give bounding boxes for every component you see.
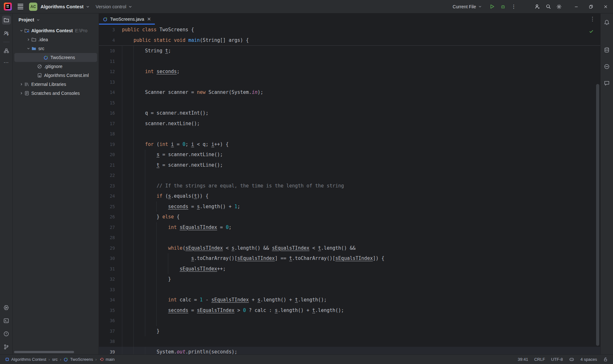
database-tool-button[interactable] bbox=[602, 45, 611, 54]
line-number[interactable]: 22 bbox=[99, 170, 115, 181]
chevron-down-icon[interactable] bbox=[26, 47, 31, 50]
code-line-content[interactable] bbox=[122, 56, 600, 67]
settings-gear-icon[interactable] bbox=[554, 1, 564, 12]
code-line-37[interactable]: 37 } bbox=[99, 326, 600, 337]
code-line-31[interactable]: 31 sEqualsTIndex++; bbox=[99, 264, 600, 274]
close-button[interactable] bbox=[598, 0, 613, 13]
code-line-15[interactable]: 15 bbox=[99, 98, 600, 108]
breadcrumb-main[interactable]: main bbox=[99, 357, 115, 362]
code-with-me-icon[interactable] bbox=[532, 1, 543, 12]
line-separator[interactable]: CRLF bbox=[534, 357, 545, 362]
code-line-28[interactable]: 28 bbox=[99, 232, 600, 243]
code-line-content[interactable]: System.out.println(seconds); bbox=[122, 347, 600, 355]
code-line-19[interactable]: 19 for (int i = 0; i < q; i++) { bbox=[99, 139, 600, 150]
structure-tool-button[interactable] bbox=[2, 46, 11, 55]
code-line-content[interactable]: if (s.equals(t)) { bbox=[122, 191, 600, 201]
line-number[interactable]: 38 bbox=[99, 336, 115, 347]
code-line-34[interactable]: 34 int calc = 1 - sEqualsTIndex + s.leng… bbox=[99, 295, 600, 305]
code-line-11[interactable]: 11 bbox=[99, 56, 600, 67]
vertical-scrollbar[interactable] bbox=[596, 84, 599, 346]
inspections-check-icon[interactable] bbox=[589, 29, 594, 34]
code-line-content[interactable] bbox=[122, 315, 600, 326]
line-number[interactable]: 28 bbox=[99, 232, 115, 243]
search-everywhere-icon[interactable] bbox=[543, 1, 554, 12]
code-line-content[interactable] bbox=[122, 98, 600, 108]
code-line-25[interactable]: 25 seconds = s.length() + 1; bbox=[99, 201, 600, 212]
code-line-3[interactable]: 3public class TwoScreens { bbox=[99, 25, 600, 35]
code-line-14[interactable]: 14 Scanner scanner = new Scanner(System.… bbox=[99, 87, 600, 98]
code-line-content[interactable]: sEqualsTIndex++; bbox=[122, 264, 600, 274]
tree-item-twoscreens-class[interactable]: TwoScreens bbox=[14, 53, 97, 62]
line-number[interactable]: 13 bbox=[99, 77, 115, 87]
editor-options-kebab[interactable]: ⋮ bbox=[590, 16, 600, 22]
line-number[interactable]: 14 bbox=[99, 87, 115, 98]
tree-item-idea-folder[interactable]: .idea bbox=[14, 35, 97, 44]
line-number[interactable]: 3 bbox=[99, 25, 115, 35]
code-line-27[interactable]: 27 int sEqualsTIndex = 0; bbox=[99, 222, 600, 233]
tree-item-iml-file[interactable]: Algorithms Contest.iml bbox=[14, 71, 97, 80]
code-line-18[interactable]: 18 bbox=[99, 129, 600, 139]
line-number[interactable]: 16 bbox=[99, 108, 115, 118]
code-line-17[interactable]: 17 scanner.nextLine(); bbox=[99, 118, 600, 129]
code-line-content[interactable]: public class TwoScreens { bbox=[122, 25, 600, 35]
tree-item-scratches-consoles[interactable]: Scratches and Consoles bbox=[14, 89, 97, 98]
line-number[interactable]: 31 bbox=[99, 264, 115, 274]
code-line-content[interactable]: int sEqualsTIndex = 0; bbox=[122, 222, 600, 233]
unlock-icon[interactable] bbox=[603, 357, 608, 362]
line-number[interactable]: 11 bbox=[99, 56, 115, 67]
line-number[interactable]: 19 bbox=[99, 139, 115, 150]
line-number[interactable]: 39 bbox=[99, 347, 115, 355]
caret-position[interactable]: 39:41 bbox=[518, 357, 528, 362]
run-tool-button[interactable] bbox=[2, 303, 11, 312]
run-button[interactable] bbox=[487, 1, 497, 12]
notifications-tool-button[interactable] bbox=[602, 18, 611, 27]
debug-button[interactable] bbox=[497, 1, 508, 12]
terminal-tool-button[interactable] bbox=[2, 316, 11, 325]
line-number[interactable]: 37 bbox=[99, 326, 115, 337]
tree-item-gitignore-file[interactable]: .gitignore bbox=[14, 62, 97, 71]
line-number[interactable]: 35 bbox=[99, 305, 115, 316]
code-line-content[interactable] bbox=[122, 336, 600, 347]
ai-assistant-tool-button[interactable] bbox=[602, 62, 611, 71]
line-number[interactable]: 26 bbox=[99, 212, 115, 222]
code-line-24[interactable]: 24 if (s.equals(t)) { bbox=[99, 191, 600, 201]
code-line-content[interactable]: String t; bbox=[122, 46, 600, 56]
more-actions-kebab[interactable]: ⋮ bbox=[508, 1, 519, 12]
chevron-right-icon[interactable] bbox=[19, 91, 24, 95]
git-tool-button[interactable] bbox=[2, 342, 11, 351]
code-line-4[interactable]: 4 public static void main(String[] args)… bbox=[99, 35, 600, 46]
code-line-33[interactable]: 33 bbox=[99, 284, 600, 295]
code-line-30[interactable]: 30 s.toCharArray()[sEqualsTIndex] == t.t… bbox=[99, 253, 600, 264]
project-tool-button[interactable] bbox=[2, 16, 11, 25]
code-line-content[interactable] bbox=[122, 170, 600, 181]
breadcrumb-twoscreens[interactable]: TwoScreens bbox=[64, 357, 93, 362]
code-line-35[interactable]: 35 seconds = sEqualsTIndex > 0 ? calc : … bbox=[99, 305, 600, 316]
code-line-38[interactable]: 38 bbox=[99, 336, 600, 347]
code-line-content[interactable] bbox=[122, 232, 600, 243]
code-line-content[interactable]: public static void main(String[] args) { bbox=[122, 35, 600, 46]
breadcrumb-src[interactable]: src bbox=[52, 357, 57, 362]
problems-tool-button[interactable] bbox=[2, 329, 11, 338]
main-menu-icon[interactable] bbox=[18, 4, 23, 9]
line-number[interactable]: 23 bbox=[99, 181, 115, 191]
code-line-content[interactable]: while(sEqualsTIndex < s.length() && sEqu… bbox=[122, 243, 600, 254]
vcs-widget[interactable]: Version control bbox=[96, 4, 133, 9]
code-line-22[interactable]: 22 bbox=[99, 170, 600, 181]
file-encoding[interactable]: UTF-8 bbox=[551, 357, 563, 362]
code-line-content[interactable] bbox=[122, 284, 600, 295]
code-line-21[interactable]: 21 t = scanner.nextLine(); bbox=[99, 160, 600, 171]
code-line-content[interactable]: int calc = 1 - sEqualsTIndex + s.length(… bbox=[122, 295, 600, 305]
indent-config[interactable]: 4 spaces bbox=[580, 357, 597, 362]
run-configuration-widget[interactable]: Current File bbox=[453, 4, 482, 9]
code-line-content[interactable]: for (int i = 0; i < q; i++) { bbox=[122, 139, 600, 150]
line-number[interactable]: 15 bbox=[99, 98, 115, 108]
breadcrumb-algorithms-contest[interactable]: Algorithms Contest bbox=[5, 357, 46, 362]
code-line-13[interactable]: 13 bbox=[99, 77, 600, 87]
code-line-23[interactable]: 23 // If the strings are equal, the time… bbox=[99, 181, 600, 191]
copilot-icon[interactable] bbox=[569, 357, 574, 362]
code-editor[interactable]: 10 String t;1112 int seconds;1314 Scanne… bbox=[99, 46, 600, 354]
line-number[interactable]: 34 bbox=[99, 295, 115, 305]
chevron-right-icon[interactable] bbox=[26, 38, 31, 42]
project-panel-header[interactable]: Project bbox=[13, 13, 99, 26]
horizontal-scrollbar[interactable] bbox=[14, 351, 74, 353]
